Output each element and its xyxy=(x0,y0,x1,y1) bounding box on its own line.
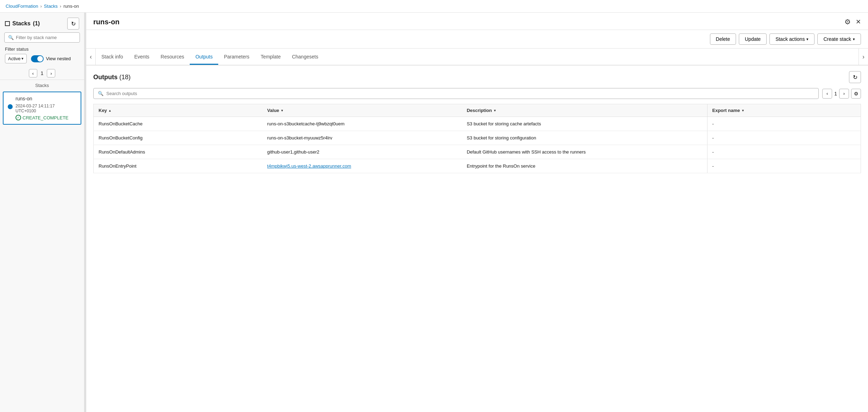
outputs-search-icon: 🔍 xyxy=(98,91,103,96)
breadcrumb-sep1: › xyxy=(40,4,42,9)
stack-item-name: runs-on xyxy=(15,96,76,101)
stack-actions-chevron-icon: ▾ xyxy=(806,37,809,42)
breadcrumb-cloudformation[interactable]: CloudFormation xyxy=(6,4,38,9)
update-button[interactable]: Update xyxy=(739,33,767,45)
row4-key: RunsOnEntryPoint xyxy=(94,159,263,173)
outputs-title: Outputs (18) xyxy=(93,74,131,81)
tab-stack-info[interactable]: Stack info xyxy=(96,50,128,65)
sidebar-prev-page-button[interactable]: ‹ xyxy=(29,69,37,77)
row2-description: S3 bucket for storing configuration xyxy=(462,131,707,145)
outputs-refresh-icon: ↻ xyxy=(853,74,857,81)
main-title: runs-on xyxy=(93,18,119,26)
settings-icon-button[interactable]: ⚙ xyxy=(844,18,851,26)
row3-description: Default GitHub usernames with SSH access… xyxy=(462,145,707,159)
outputs-page-number: 1 xyxy=(834,91,837,96)
stack-actions-button[interactable]: Stack actions ▾ xyxy=(769,33,814,45)
row4-value[interactable]: t4mpbikwj5.us-west-2.awsapprunner.com xyxy=(262,159,462,173)
outputs-next-page-button[interactable]: › xyxy=(839,89,849,99)
filter-status-value: Active xyxy=(8,56,20,61)
sidebar-page-number: 1 xyxy=(41,70,44,76)
table-row: RunsOnDefaultAdmins github-user1,github-… xyxy=(94,145,861,159)
breadcrumb-sep2: › xyxy=(60,4,61,9)
row2-key: RunsOnBucketConfig xyxy=(94,131,263,145)
sidebar-stack-icon xyxy=(5,21,10,26)
tabs-bar: ‹ Stack info Events Resources Outputs Pa… xyxy=(86,49,868,65)
table-row: RunsOnBucketConfig runs-on-s3bucket-myuu… xyxy=(94,131,861,145)
stack-search-input[interactable] xyxy=(16,35,76,40)
row4-export-name: - xyxy=(707,159,861,173)
col-header-export-name[interactable]: Export name ▼ xyxy=(707,104,861,117)
stacks-column-header: Stacks xyxy=(0,82,84,91)
tab-resources[interactable]: Resources xyxy=(155,50,190,65)
tab-changesets[interactable]: Changesets xyxy=(286,50,324,65)
tab-parameters[interactable]: Parameters xyxy=(218,50,255,65)
stack-status-dot xyxy=(8,104,13,109)
stack-status-text: CREATE_COMPLETE xyxy=(23,115,69,120)
create-stack-button[interactable]: Create stack ▾ xyxy=(817,33,861,45)
row4-value-link[interactable]: t4mpbikwj5.us-west-2.awsapprunner.com xyxy=(267,163,351,169)
sidebar-count: (1) xyxy=(33,20,40,27)
col-header-description[interactable]: Description ▼ xyxy=(462,104,707,117)
row2-value: runs-on-s3bucket-myuuwz5r4lrv xyxy=(262,131,462,145)
tab-template[interactable]: Template xyxy=(255,50,287,65)
row4-description: Entrypoint for the RunsOn service xyxy=(462,159,707,173)
sidebar-refresh-button[interactable]: ↻ xyxy=(67,18,79,30)
stack-item[interactable]: runs-on 2024-03-27 14:11:17 UTC+0100 ✓ C… xyxy=(3,92,81,125)
chevron-down-icon: ▾ xyxy=(21,56,24,61)
sidebar-title: Stacks (1) xyxy=(5,20,40,27)
row1-value: runs-on-s3bucketcache-tj9wbzqt0uem xyxy=(262,117,462,131)
sidebar: Stacks (1) ↻ 🔍 Filter status Active ▾ xyxy=(0,13,84,412)
description-sort-icon: ▼ xyxy=(493,109,496,112)
status-check-icon: ✓ xyxy=(15,115,21,120)
breadcrumb: CloudFormation › Stacks › runs-on xyxy=(0,0,868,13)
key-sort-icon: ▲ xyxy=(108,109,112,112)
outputs-refresh-button[interactable]: ↻ xyxy=(849,71,861,83)
row1-export-name: - xyxy=(707,117,861,131)
export-name-sort-icon: ▼ xyxy=(741,109,744,112)
col-header-value[interactable]: Value ▼ xyxy=(262,104,462,117)
tab-prev-button[interactable]: ‹ xyxy=(86,49,96,65)
row3-key: RunsOnDefaultAdmins xyxy=(94,145,263,159)
col-header-key[interactable]: Key ▲ xyxy=(94,104,263,117)
stack-date: 2024-03-27 14:11:17 UTC+0100 xyxy=(15,104,76,113)
row1-key: RunsOnBucketCache xyxy=(94,117,263,131)
create-stack-chevron-icon: ▾ xyxy=(853,37,855,42)
delete-button[interactable]: Delete xyxy=(710,33,736,45)
close-icon-button[interactable]: ✕ xyxy=(856,18,861,26)
outputs-search-box[interactable]: 🔍 xyxy=(93,88,819,99)
row2-export-name: - xyxy=(707,131,861,145)
view-nested-toggle-row: View nested xyxy=(31,55,71,62)
view-nested-toggle[interactable] xyxy=(31,55,44,62)
row1-description: S3 bucket for storing cache artefacts xyxy=(462,117,707,131)
breadcrumb-stacks[interactable]: Stacks xyxy=(44,4,58,9)
row3-value: github-user1,github-user2 xyxy=(262,145,462,159)
value-sort-icon: ▼ xyxy=(281,109,284,112)
outputs-prev-page-button[interactable]: ‹ xyxy=(822,89,832,99)
search-icon: 🔍 xyxy=(8,35,14,40)
view-nested-label: View nested xyxy=(46,56,71,61)
table-row: RunsOnBucketCache runs-on-s3bucketcache-… xyxy=(94,117,861,131)
table-row: RunsOnEntryPoint t4mpbikwj5.us-west-2.aw… xyxy=(94,159,861,173)
outputs-search-input[interactable] xyxy=(106,91,814,96)
outputs-table: Key ▲ Value ▼ xyxy=(93,104,861,173)
main-content: runs-on ⚙ ✕ Delete Update Stack actions … xyxy=(86,13,868,412)
refresh-icon: ↻ xyxy=(71,20,76,27)
sidebar-next-page-button[interactable]: › xyxy=(47,69,55,77)
row3-export-name: - xyxy=(707,145,861,159)
outputs-settings-button[interactable]: ⚙ xyxy=(851,89,861,99)
tab-next-button[interactable]: › xyxy=(858,49,868,65)
outputs-panel: Outputs (18) ↻ 🔍 ‹ 1 › ⚙ xyxy=(86,65,868,412)
tab-events[interactable]: Events xyxy=(128,50,155,65)
filter-status-select[interactable]: Active ▾ xyxy=(5,54,27,63)
stack-search-box[interactable]: 🔍 xyxy=(4,32,80,43)
filter-status-label: Filter status xyxy=(5,46,29,52)
tab-outputs[interactable]: Outputs xyxy=(190,50,218,65)
breadcrumb-current: runs-on xyxy=(63,4,79,9)
